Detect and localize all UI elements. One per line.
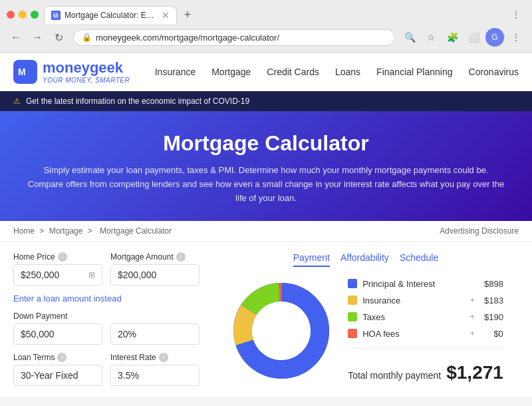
donut-chart (228, 278, 334, 384)
browser-nav: ← → ↻ (7, 28, 68, 47)
profile-avatar[interactable]: G (485, 28, 504, 47)
down-payment-input[interactable]: $50,000 (13, 323, 102, 345)
legend-plus-hoa[interactable]: + (470, 329, 475, 338)
browser-addressbar: ← → ↻ 🔒 moneygeek.com/mortgage/mortgage-… (0, 28, 532, 52)
alert-text[interactable]: Get the latest information on the econom… (26, 97, 249, 106)
nav-financial-planning[interactable]: Financial Planning (376, 67, 452, 77)
site-header: M moneygeek YOUR MONEY, SMARTER Insuranc… (0, 53, 532, 91)
hero-section: Mortgage Calculator Simply estimate your… (0, 111, 532, 221)
breadcrumb-current: Mortgage Calculator (100, 226, 172, 236)
advertising-disclosure[interactable]: Advertising Disclosure (440, 226, 519, 236)
tab-title: Mortgage Calculator: Estimate... (65, 11, 158, 20)
browser-tabs: M Mortgage Calculator: Estimate... ✕ + (44, 6, 501, 24)
back-button[interactable]: ← (7, 28, 25, 47)
breadcrumb-mortgage[interactable]: Mortgage (49, 226, 83, 236)
site-nav: Insurance Mortgage Credit Cards Loans Fi… (155, 67, 519, 77)
legend-color-hoa (348, 329, 357, 338)
home-price-group: Home Price i $250,000 ⊞ (13, 252, 102, 286)
mortgage-amount-label: Mortgage Amount i (110, 252, 200, 262)
loan-terms-row: Loan Terms i 30-Year Fixed Interest Rate… (13, 353, 200, 386)
alert-bar: ⚠ Get the latest information on the econ… (0, 91, 532, 111)
close-dot[interactable] (7, 11, 15, 19)
tab-affordability[interactable]: Affordability (340, 252, 389, 267)
page-content: M moneygeek YOUR MONEY, SMARTER Insuranc… (0, 53, 532, 397)
legend-item-principal: Principal & Interest $898 (348, 279, 503, 289)
calc-inputs: Home Price i $250,000 ⊞ Mortgage Amount … (13, 252, 200, 386)
home-price-input[interactable]: $250,000 ⊞ (13, 264, 102, 286)
browser-dots (7, 11, 39, 19)
legend-value-hoa: $0 (480, 329, 503, 339)
legend-label-hoa: HOA fees (362, 329, 465, 339)
legend-item-insurance: Insurance + $183 (348, 296, 503, 305)
legend-value-principal: $898 (480, 279, 503, 289)
calc-tabs: Payment Affordability Schedule (213, 252, 519, 267)
total-label: Total monthly payment (348, 370, 441, 381)
loan-terms-input[interactable]: 30-Year Fixed (13, 365, 102, 386)
tab-payment[interactable]: Payment (293, 252, 330, 267)
down-payment-pct-input[interactable]: 20% (110, 323, 200, 345)
nav-mortgage[interactable]: Mortgage (211, 67, 251, 77)
legend-color-insurance (348, 296, 357, 305)
nav-coronavirus[interactable]: Coronavirus (469, 67, 519, 77)
down-payment-group: Down Payment $50,000 (13, 311, 102, 345)
logo-tagline: YOUR MONEY, SMARTER (43, 77, 130, 84)
new-tab-button[interactable]: + (180, 7, 196, 23)
search-icon[interactable]: 🔍 (400, 28, 419, 47)
bookmark-icon[interactable]: ☆ (422, 28, 440, 47)
interest-rate-label: Interest Rate i (110, 353, 200, 362)
interest-rate-info-icon[interactable]: i (159, 353, 168, 362)
tab-favicon: M (51, 11, 61, 20)
legend-color-principal (348, 279, 357, 288)
logo-icon: M (13, 60, 37, 84)
logo-text: moneygeek YOUR MONEY, SMARTER (43, 59, 130, 84)
url-bar[interactable]: 🔒 moneygeek.com/mortgage/mortgage-calcul… (73, 29, 395, 46)
maximize-dot[interactable] (31, 11, 39, 19)
mortgage-amount-input[interactable]: $200,000 (110, 264, 200, 286)
loan-terms-info-icon[interactable]: i (57, 353, 66, 362)
nav-insurance[interactable]: Insurance (155, 67, 196, 77)
minimize-dot[interactable] (19, 11, 27, 19)
puzzle-icon[interactable]: 🧩 (443, 28, 462, 47)
legend-item-taxes: Taxes + $190 (348, 312, 503, 322)
alert-icon: ⚠ (13, 97, 21, 106)
calculator: Home Price i $250,000 ⊞ Mortgage Amount … (0, 242, 532, 397)
legend-color-taxes (348, 312, 357, 321)
breadcrumb-home[interactable]: Home (13, 226, 35, 236)
legend-item-hoa: HOA fees + $0 (348, 329, 503, 339)
legend-plus-taxes[interactable]: + (470, 312, 475, 321)
total-amount: $1,271 (446, 362, 503, 383)
svg-point-12 (252, 302, 311, 360)
down-payment-row: Down Payment $50,000 20% (13, 311, 200, 345)
total-payment: Total monthly payment $1,271 (348, 362, 503, 383)
interest-rate-input[interactable]: 3.5% (110, 365, 200, 386)
forward-button[interactable]: → (28, 28, 47, 47)
tab-schedule[interactable]: Schedule (400, 252, 438, 267)
donut-svg (228, 278, 334, 384)
home-price-label: Home Price i (13, 252, 102, 262)
tab-close-icon[interactable]: ✕ (162, 10, 170, 21)
hero-title: Mortgage Calculator (27, 131, 505, 156)
logo-name: moneygeek (43, 59, 130, 77)
svg-text:M: M (18, 67, 26, 77)
legend-label-insurance: Insurance (362, 296, 465, 305)
hero-description: Simply estimate your loan payments, taxe… (27, 164, 505, 205)
lock-icon: 🔒 (82, 33, 92, 42)
refresh-button[interactable]: ↻ (49, 28, 68, 47)
legend-plus-insurance[interactable]: + (470, 296, 475, 305)
loan-amount-link[interactable]: Enter a loan amount instead (13, 294, 200, 304)
url-text: moneygeek.com/mortgage/mortgage-calculat… (96, 33, 386, 43)
menu-icon[interactable]: ⋮ (507, 28, 525, 47)
nav-credit-cards[interactable]: Credit Cards (267, 67, 319, 77)
down-payment-pct-group: 20% (110, 311, 200, 345)
extensions-icon[interactable]: ⋮ (507, 5, 525, 24)
browser-right-actions: ⋮ (507, 5, 525, 24)
home-price-info-icon[interactable]: i (58, 252, 67, 262)
browser-chrome: M Mortgage Calculator: Estimate... ✕ + ⋮… (0, 0, 532, 53)
active-tab[interactable]: M Mortgage Calculator: Estimate... ✕ (44, 6, 177, 24)
nav-loans[interactable]: Loans (335, 67, 360, 77)
cast-icon[interactable]: ⬜ (464, 28, 483, 47)
mortgage-amount-info-icon[interactable]: i (176, 252, 186, 262)
legend-value-taxes: $190 (480, 312, 503, 322)
mortgage-amount-group: Mortgage Amount i $200,000 (110, 252, 200, 286)
breadcrumb-bar: Home > Mortgage > Mortgage Calculator Ad… (0, 221, 532, 242)
